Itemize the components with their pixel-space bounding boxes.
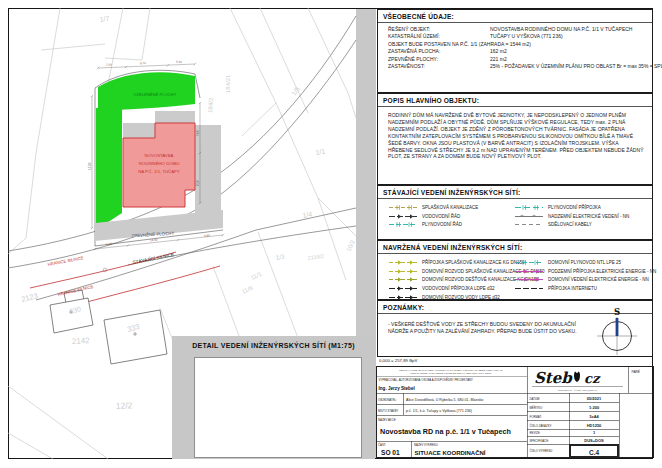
drawing-number-value: C.4 bbox=[589, 449, 600, 456]
legend-line-sample bbox=[388, 213, 418, 220]
compass-north-label: S bbox=[614, 307, 620, 317]
svg-text:1,50: 1,50 bbox=[106, 62, 112, 66]
client-value: Alice Dosedělová, U Rybníka 5, 680 01, B… bbox=[406, 398, 483, 402]
svg-text:14,00: 14,00 bbox=[150, 238, 158, 243]
svg-text:1/3: 1/3 bbox=[275, 253, 285, 261]
legend-item: PŘÍPOJKA INTERNETU bbox=[514, 284, 652, 293]
drawing-name-label: NÁZEV VÝKRESU: bbox=[414, 443, 438, 447]
site-label: MÍSTO STAVBY: bbox=[378, 409, 399, 413]
existing-legend-col1: SPLAŠKOVÁ KANALIZACEVODOVODNÍ ŘÁDPLYNOVO… bbox=[378, 203, 512, 229]
row-value: 162 m2 bbox=[490, 48, 652, 55]
detail-drawing-area bbox=[194, 357, 362, 458]
legend-label: VODOVODNÍ PŘÍPOJKA LDPE d32 bbox=[422, 286, 495, 291]
general-row: ZASTAVĚNÁ PLOCHA:162 m2 bbox=[378, 48, 652, 55]
author-label: VYPRACOVAL, AUTORIZOVANÁ OSOBA A ZODPOVĚ… bbox=[379, 377, 474, 382]
legend-line-sample bbox=[388, 285, 418, 292]
legend-line-sample bbox=[514, 204, 544, 211]
legend-line-sample bbox=[514, 213, 544, 220]
row-label: ŘEŠENÝ OBJEKT: bbox=[388, 26, 490, 33]
legend-item: PLYNOVODNÍ ŘÁD bbox=[388, 221, 512, 230]
date-label: DATUM: bbox=[530, 397, 541, 401]
svg-text:10/3: 10/3 bbox=[345, 239, 356, 253]
legend-line-sample bbox=[388, 268, 418, 275]
legend-item: DOMOVNÍ ROZVOD DEŠŤOVÉ KANALIZACE KG DN1… bbox=[388, 276, 512, 285]
panel-general-title: VŠEOBECNÉ ÚDAJE: bbox=[378, 10, 652, 23]
legend-line-sample bbox=[388, 259, 418, 266]
specification-label: SPECIFIKACE: bbox=[530, 439, 549, 443]
legend-line-sample bbox=[388, 276, 418, 283]
svg-text:2123: 2123 bbox=[20, 291, 38, 304]
legend-label: SDĚLOVACÍ KABELY bbox=[548, 222, 592, 227]
legend-line-sample bbox=[514, 268, 544, 275]
svg-text:2142: 2142 bbox=[72, 336, 91, 346]
legend-label: PŘÍPOJKA SPLAŠKOVÉ KANALIZACE KG DN150 bbox=[422, 260, 525, 265]
proposed-legend-col1: PŘÍPOJKA SPLAŠKOVÉ KANALIZACE KG DN150DO… bbox=[378, 258, 512, 302]
general-row: ŘEŠENÝ OBJEKT:NOVOSTAVBA RODINNÉHO DOMU … bbox=[378, 26, 652, 33]
row-value: 221 m2 bbox=[490, 56, 652, 63]
drawing-number-label: ČÍSLO VÝKRESU: bbox=[530, 448, 554, 453]
legend-item: DOMOVNÍ ROZVOD SPLAŠKOVÉ KANALIZACE KG D… bbox=[388, 267, 512, 276]
panel-description: POPIS HLAVNÍHO OBJEKTU: RODINNÝ DŮM MÁ N… bbox=[377, 93, 653, 185]
svg-text:8,50: 8,50 bbox=[196, 180, 200, 186]
site-value: p.č. 1/1, k.ú. Tučapy u Vyškova (771 236… bbox=[406, 409, 472, 413]
green-area-label: OZELENĚNÉ PLOCHY bbox=[134, 92, 177, 97]
svg-text:12/2: 12/2 bbox=[116, 400, 133, 411]
general-row: ZPEVNĚNÉ PLOCHY:221 m2 bbox=[378, 56, 652, 63]
scale-value: 1:200 bbox=[589, 405, 600, 410]
panel-description-title: POPIS HLAVNÍHO OBJEKTU: bbox=[378, 94, 652, 107]
legend-item: DOMOVNÍ VEDENÍ ELEKTRICKÉ ENERGIE - NN bbox=[514, 276, 652, 285]
project-label: NÁZEV AKCE: bbox=[378, 418, 397, 422]
drawing-name-value: SITUACE KOORDINAČNÍ bbox=[415, 449, 486, 456]
legend-item: NADZEMNÍ ELEKTRICKÉ VEDENÍ - NN bbox=[514, 212, 652, 221]
legend-label: PLYNOVODNÍ PŘÍPOJKA bbox=[548, 205, 601, 210]
general-row: ZASTAVĚNOST:25% - POŽADAVEK V ÚZEMNÍM PL… bbox=[378, 63, 652, 70]
row-label: ZPEVNĚNÉ PLOCHY: bbox=[388, 56, 490, 63]
general-row: KATASTRÁLNÍ ÚZEMÍ:TUČAPY U VYŠKOVA (771 … bbox=[378, 33, 652, 40]
elevation-datum-note: 0,000 = 257,89 BpV bbox=[379, 358, 417, 362]
existing-legend: SPLAŠKOVÁ KANALIZACEVODOVODNÍ ŘÁDPLYNOVO… bbox=[378, 199, 652, 229]
revision-value: 1 bbox=[593, 430, 596, 435]
row-label: ZASTAVĚNÁ PLOCHA: bbox=[388, 48, 490, 55]
format-label: FORMÁT: bbox=[530, 415, 542, 419]
scale-label: MĚŘÍTKO: bbox=[530, 405, 544, 410]
panel-existing-utilities: STÁVAJÍCÍ VEDENÍ INŽENÝRSKÝCH SÍTÍ: SPLA… bbox=[377, 185, 653, 240]
panel-existing-title: STÁVAJÍCÍ VEDENÍ INŽENÝRSKÝCH SÍTÍ: bbox=[378, 186, 652, 199]
legend-item: PODZEMNÍ PŘÍPOJKA ELEKTRICKÉ ENERGIE - N… bbox=[514, 267, 652, 276]
new-house-label: NOVOSTAVBA bbox=[145, 153, 174, 158]
legend-line-sample bbox=[514, 259, 544, 266]
svg-text:1/1: 1/1 bbox=[315, 147, 326, 156]
svg-text:9,70: 9,70 bbox=[140, 61, 146, 65]
existing-road-label: STÁVAJÍCÍ SILNICE bbox=[132, 251, 174, 265]
legend-line-sample bbox=[514, 276, 544, 283]
row-label: ZASTAVĚNOST: bbox=[388, 63, 490, 70]
author-name: Ing. Jerzy Stebel bbox=[379, 386, 415, 391]
company-contact: www.steb.cz · e-mail: info@steb.cz bbox=[558, 389, 598, 392]
north-compass: S bbox=[594, 306, 640, 356]
svg-text:1/7: 1/7 bbox=[99, 15, 110, 23]
format-value: 3xA4 bbox=[589, 414, 599, 419]
pare-label: PARÉ bbox=[632, 369, 640, 374]
panel-general-data: VŠEOBECNÉ ÚDAJE: ŘEŠENÝ OBJEKT:NOVOSTAVB… bbox=[377, 9, 653, 93]
legend-line-sample bbox=[388, 221, 418, 228]
legend-label: PŘÍPOJKA INTERNETU bbox=[548, 286, 597, 291]
revision-label: REVIZE: bbox=[530, 431, 541, 435]
legend-item: VODOVODNÍ PŘÍPOJKA LDPE d32 bbox=[388, 284, 512, 293]
legend-line-sample bbox=[514, 285, 544, 292]
legend-item: DOMOVNÍ PLYNOVOD NTL LPE 25 bbox=[514, 258, 652, 267]
owl-logo-icon bbox=[574, 372, 580, 383]
svg-text:5,40: 5,40 bbox=[176, 60, 182, 64]
drawing-sheet: 1,50 9,70 5,40 4,65 14,00 3,80 9,00 8,50… bbox=[0, 0, 662, 468]
legend-line-sample bbox=[388, 204, 418, 211]
svg-text:11/6: 11/6 bbox=[241, 284, 254, 294]
legend-item: SDĚLOVACÍ KABELY bbox=[514, 221, 652, 230]
order-number-label: ČÍSLO ZAKÁZKY: bbox=[530, 423, 553, 428]
panel-notes: POZNÁMKY: - VEŠKERÉ DEŠŤOVÉ VODY ZE STŘE… bbox=[377, 300, 653, 357]
neighbor-buildings bbox=[50, 290, 167, 364]
new-house-label: NA P.Č. 1/1, TUČAPY bbox=[138, 169, 180, 174]
detail-title: DETAIL VEDENÍ INŽENÝRSKÝCH SÍTÍ (M1:75) bbox=[172, 336, 375, 349]
company-logo-text: cz bbox=[584, 371, 601, 386]
proposed-legend-col2: DOMOVNÍ PLYNOVOD NTL LPE 25PODZEMNÍ PŘÍP… bbox=[512, 258, 652, 302]
legend-label: PLYNOVODNÍ ŘÁD bbox=[422, 222, 462, 227]
description-text: RODINNÝ DŮM MÁ NAVRŽENÉ DVĚ BYTOVÉ JEDNO… bbox=[378, 107, 652, 160]
compass-needle bbox=[616, 318, 619, 336]
